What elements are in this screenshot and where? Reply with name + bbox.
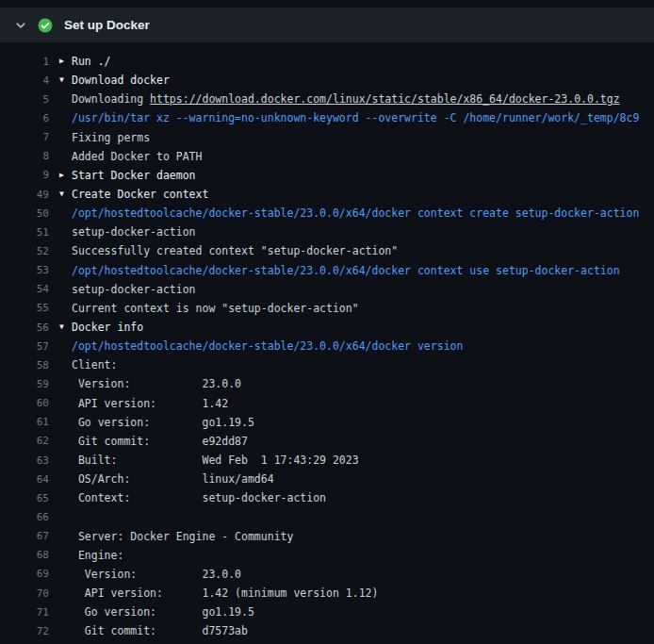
- log-text: API version: 1.42 (minimum version 1.12): [72, 586, 378, 600]
- triangle-down-icon: ▼: [49, 318, 72, 337]
- log-line: 57 /opt/hostedtoolcache/docker-stable/23…: [0, 337, 654, 355]
- log-line: 62 Git commit: e92dd87: [0, 432, 654, 451]
- line-number[interactable]: 60: [0, 397, 49, 409]
- log-line: 69 Version: 23.0.0: [0, 565, 654, 584]
- chevron-down-icon[interactable]: [15, 20, 26, 31]
- triangle-down-icon: ▼: [49, 185, 72, 204]
- check-circle-icon: [38, 18, 53, 33]
- line-number[interactable]: 52: [0, 245, 49, 257]
- log-text: OS/Arch: linux/amd64: [72, 472, 274, 486]
- line-number[interactable]: 4: [0, 74, 49, 87]
- log-text: Context: setup-docker-action: [72, 491, 326, 504]
- line-number[interactable]: 56: [0, 322, 49, 334]
- log-group-header[interactable]: 9 ▶ Start Docker daemon: [0, 166, 654, 185]
- log-line: 61 Go version: go1.19.5: [0, 413, 654, 432]
- line-number[interactable]: 6: [0, 112, 49, 124]
- log-text: Git commit: d7573ab: [72, 624, 248, 637]
- log-text: Start Docker daemon: [72, 169, 196, 182]
- line-number[interactable]: 64: [0, 473, 49, 486]
- line-number[interactable]: 7: [0, 131, 49, 143]
- log-text: Version: 23.0.0: [72, 377, 241, 390]
- line-number[interactable]: 53: [0, 264, 49, 276]
- line-number[interactable]: 54: [0, 283, 49, 295]
- log-line: 60 API version: 1.42: [0, 394, 654, 413]
- line-number[interactable]: 71: [0, 606, 49, 619]
- log-text: API version: 1.42: [72, 397, 228, 410]
- log-line: 63 Built: Wed Feb 1 17:43:29 2023: [0, 451, 654, 470]
- log-line: 71 Go version: go1.19.5: [0, 603, 654, 621]
- log-text: /opt/hostedtoolcache/docker-stable/23.0.…: [72, 206, 639, 220]
- step-title: Set up Docker: [64, 18, 150, 32]
- log-text: /opt/hostedtoolcache/docker-stable/23.0.…: [72, 264, 620, 277]
- log-text: Engine:: [72, 549, 123, 562]
- log-line: 53 /opt/hostedtoolcache/docker-stable/23…: [0, 261, 654, 280]
- log-line: 66: [0, 507, 654, 526]
- log-text: Server: Docker Engine - Community: [72, 530, 293, 543]
- log-text: Go version: go1.19.5: [72, 416, 254, 429]
- log-line: 52 Successfully created context "setup-d…: [0, 241, 654, 260]
- log-group-header[interactable]: 49 ▼ Create Docker context: [0, 185, 654, 204]
- log-group-header[interactable]: 56 ▼ Docker info: [0, 318, 654, 337]
- log-line: 64 OS/Arch: linux/amd64: [0, 470, 654, 488]
- workflow-log-panel: Set up Docker 1 ▶ Run ./ 4 ▼ Download do…: [0, 0, 654, 640]
- line-number[interactable]: 58: [0, 359, 49, 372]
- triangle-down-icon: ▼: [49, 71, 72, 90]
- log-link[interactable]: https://download.docker.com/linux/static…: [150, 92, 620, 106]
- line-number[interactable]: 50: [0, 207, 49, 220]
- line-number[interactable]: 8: [0, 150, 49, 162]
- log-text: Client:: [72, 358, 117, 372]
- log-line: 67 Server: Docker Engine - Community: [0, 527, 654, 546]
- log-line: 55 Current context is now "setup-docker-…: [0, 299, 654, 318]
- log-body: 1 ▶ Run ./ 4 ▼ Download docker 5 Downloa…: [0, 42, 654, 640]
- log-line: 65 Context: setup-docker-action: [0, 488, 654, 507]
- line-number[interactable]: 69: [0, 568, 49, 580]
- line-number[interactable]: 63: [0, 454, 49, 467]
- log-text: Run ./: [72, 55, 111, 68]
- log-line: 50 /opt/hostedtoolcache/docker-stable/23…: [0, 204, 654, 223]
- log-line: 58 Client:: [0, 355, 654, 374]
- log-text: Create Docker context: [72, 188, 208, 201]
- line-number[interactable]: 67: [0, 530, 49, 542]
- log-line: 6 /usr/bin/tar xz --warning=no-unknown-k…: [0, 108, 654, 127]
- log-text: Built: Wed Feb 1 17:43:29 2023: [72, 454, 359, 467]
- log-text: Downloading https://download.docker.com/…: [72, 92, 620, 106]
- log-text: Added Docker to PATH: [72, 150, 202, 163]
- log-text: Git commit: e92dd87: [72, 435, 248, 448]
- log-line: 54 setup-docker-action: [0, 280, 654, 299]
- log-line: 59 Version: 23.0.0: [0, 374, 654, 393]
- log-line: 72 Git commit: d7573ab: [0, 621, 654, 640]
- log-group-header[interactable]: 4 ▼ Download docker: [0, 71, 654, 90]
- line-number[interactable]: 68: [0, 549, 49, 561]
- line-number[interactable]: 65: [0, 492, 49, 504]
- line-number[interactable]: 5: [0, 93, 49, 106]
- log-line: 7 Fixing perms: [0, 128, 654, 147]
- log-text: Go version: go1.19.5: [72, 605, 254, 619]
- log-line: 5 Downloading https://download.docker.co…: [0, 90, 654, 108]
- step-header[interactable]: Set up Docker: [0, 8, 654, 42]
- line-number[interactable]: 70: [0, 587, 49, 600]
- line-number[interactable]: 49: [0, 189, 49, 201]
- log-text: /opt/hostedtoolcache/docker-stable/23.0.…: [72, 339, 463, 353]
- line-number[interactable]: 51: [0, 226, 49, 239]
- line-number[interactable]: 62: [0, 435, 49, 447]
- line-number[interactable]: 66: [0, 511, 49, 523]
- line-number[interactable]: 55: [0, 302, 49, 314]
- line-number[interactable]: 72: [0, 625, 49, 637]
- line-number[interactable]: 1: [0, 56, 49, 68]
- log-text: setup-docker-action: [72, 225, 196, 239]
- line-number[interactable]: 9: [0, 169, 49, 181]
- log-text: Successfully created context "setup-dock…: [72, 244, 398, 257]
- log-text: Current context is now "setup-docker-act…: [72, 302, 359, 315]
- log-line: 51 setup-docker-action: [0, 223, 654, 241]
- log-group-header[interactable]: 1 ▶ Run ./: [0, 52, 654, 71]
- triangle-right-icon: ▶: [49, 52, 72, 71]
- line-number[interactable]: 61: [0, 416, 49, 428]
- log-line: 8 Added Docker to PATH: [0, 147, 654, 166]
- log-line: 70 API version: 1.42 (minimum version 1.…: [0, 584, 654, 603]
- log-text: Docker info: [72, 321, 143, 334]
- line-number[interactable]: 59: [0, 378, 49, 390]
- log-text: Download docker: [72, 74, 170, 87]
- log-line: 68 Engine:: [0, 546, 654, 565]
- log-text: Version: 23.0.0: [72, 568, 241, 581]
- line-number[interactable]: 57: [0, 340, 49, 353]
